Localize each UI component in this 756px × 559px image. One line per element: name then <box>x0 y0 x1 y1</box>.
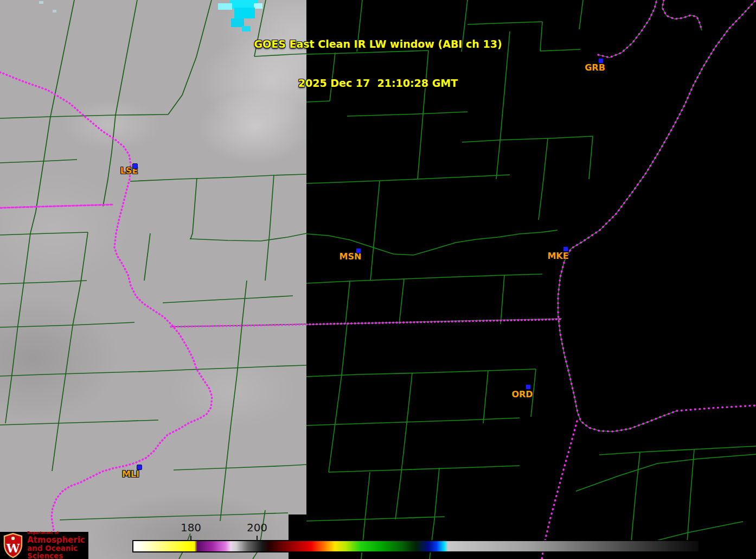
colorbar-tick-label: 180 <box>181 522 201 533</box>
colorbar-tick <box>190 536 191 540</box>
colorbar-tick-label: 200 <box>247 522 267 533</box>
station-dot-msn <box>356 248 361 253</box>
station-dot-mke <box>563 246 568 252</box>
station-label-mke: MKE <box>547 251 568 261</box>
logo-dept: Department of <box>27 531 88 535</box>
station-dot-grb <box>598 58 604 63</box>
uw-aos-logo: W Department of Atmospheric and Oceanic … <box>0 532 88 559</box>
logo-name-line1: Atmospheric <box>27 536 88 544</box>
il-in-shore-border <box>677 405 756 411</box>
temperature-colorbar <box>132 540 700 552</box>
colorbar-tick <box>257 536 258 540</box>
green-bay-west-shore <box>598 0 657 58</box>
image-title: GOES East Clean IR LW window (ABI ch 13)… <box>254 11 502 116</box>
station-dot-ord <box>526 384 531 390</box>
cold-cloud-pixels <box>39 0 262 31</box>
crest-letter: W <box>6 541 20 555</box>
logo-name-line2: and Oceanic Sciences <box>27 545 88 559</box>
uw-crest-icon: W <box>2 533 24 558</box>
title-line-1: GOES East Clean IR LW window (ABI ch 13) <box>254 37 502 50</box>
station-dot-mli <box>137 465 142 470</box>
mississippi-river-border <box>0 72 212 559</box>
wi-il-border <box>171 319 562 327</box>
mn-ia-border <box>0 205 112 208</box>
logo-text: Department of Atmospheric and Oceanic Sc… <box>27 531 88 559</box>
title-line-2: 2025 Dec 17 21:10:28 GMT <box>254 77 502 90</box>
station-label-ord: ORD <box>511 389 533 399</box>
station-label-mli: MLI <box>122 469 139 479</box>
satellite-viewer: GOES East Clean IR LW window (ABI ch 13)… <box>0 0 756 559</box>
il-in-border <box>542 421 577 559</box>
station-label-grb: GRB <box>585 62 605 73</box>
station-dot-lse <box>132 163 138 169</box>
door-peninsula-shore <box>662 0 702 30</box>
